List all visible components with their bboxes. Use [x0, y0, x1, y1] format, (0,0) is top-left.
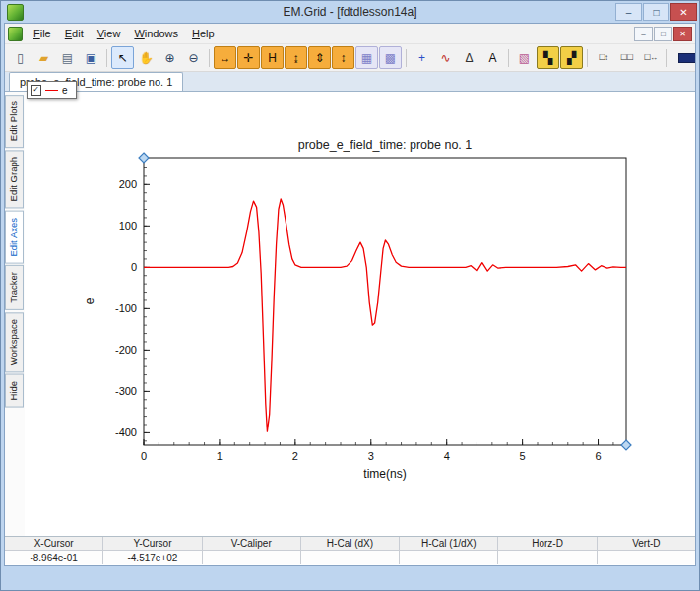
status-header-row: X-Cursor Y-Cursor V-Caliper H-Cal (dX) H…: [5, 537, 695, 551]
status-value-row: -8.964e-01 -4.517e+02: [5, 551, 695, 564]
layout-line-swatch-icon: [678, 53, 696, 63]
status-header-cell: Y-Cursor: [103, 537, 202, 550]
status-value-cell: [400, 551, 498, 564]
titlebar[interactable]: EM.Grid - [fdtdlesson14a] – □ ✕: [1, 1, 699, 23]
svg-text:e: e: [83, 297, 96, 304]
menu-windows[interactable]: Windows: [127, 26, 185, 41]
window-title: EM.Grid - [fdtdlesson14a]: [1, 5, 699, 19]
minimize-button[interactable]: –: [615, 3, 642, 21]
pan-hand-icon[interactable]: ✋: [135, 46, 158, 69]
svg-text:-200: -200: [115, 344, 137, 356]
sidebar-item-tracker[interactable]: Tracker: [5, 265, 24, 310]
plot-region: 0123456-400-300-200-1000100200probe_e_fi…: [25, 92, 695, 536]
sidebar-item-hide[interactable]: Hide: [5, 374, 24, 408]
fit-all-icon[interactable]: ✛: [237, 46, 260, 69]
status-value-cell: [498, 551, 597, 564]
document-icon[interactable]: [8, 27, 23, 41]
svg-text:-400: -400: [115, 427, 137, 438]
svg-text:0: 0: [131, 261, 137, 273]
status-header-cell: Horz-D: [498, 537, 597, 550]
svg-text:6: 6: [595, 450, 601, 462]
menubar: File Edit View Windows Help – □ ✕: [5, 24, 695, 44]
pattern-fill-icon[interactable]: ▚: [537, 46, 559, 69]
svg-text:5: 5: [520, 450, 526, 462]
status-value-cell: [301, 551, 400, 564]
zoom-in-icon[interactable]: ⊕: [159, 46, 181, 69]
toolbar-separator: [666, 49, 667, 67]
svg-text:-300: -300: [115, 385, 137, 397]
toolbar-separator: [508, 49, 509, 67]
maximize-button[interactable]: □: [643, 3, 669, 21]
menu-help[interactable]: Help: [185, 26, 222, 41]
legend-line-swatch: [45, 90, 58, 91]
status-value-cell: -8.964e-01: [5, 551, 103, 564]
statusbar: X-Cursor Y-Cursor V-Caliper H-Cal (dX) H…: [5, 536, 695, 565]
sidebar-item-workspace[interactable]: Workspace: [5, 312, 24, 372]
sidebar-item-edit-graph[interactable]: Edit Graph: [5, 150, 24, 208]
fit-vertical-icon[interactable]: ↕: [332, 46, 354, 69]
new-file-icon[interactable]: ▯: [9, 46, 32, 69]
mdi-window-controls: – □ ✕: [633, 27, 692, 41]
content-area: Edit Plots Edit Graph Edit Axes Tracker …: [5, 92, 695, 536]
status-value-cell: [598, 551, 695, 564]
calipers-icon[interactable]: ☐☐: [615, 46, 638, 69]
status-header-cell: X-Cursor: [5, 537, 103, 550]
curve-trace-icon[interactable]: ∿: [434, 46, 457, 69]
svg-text:4: 4: [444, 450, 450, 462]
plot-colors-icon[interactable]: ▧: [513, 46, 536, 69]
toolbar-separator: [406, 49, 407, 67]
status-header-cell: H-Cal (dX): [301, 537, 400, 550]
open-folder-icon[interactable]: ▰: [32, 46, 55, 69]
grid-dense-icon[interactable]: ▩: [379, 46, 402, 69]
toolbar: ▯▰▤▣↖✋⊕⊖↔✛H↨⇕↕▦▩+∿ΔA▧▚▞☐↕☐☐☐↔ Layout ▾: [5, 44, 695, 72]
svg-text:probe_e_field_time: probe no.: probe_e_field_time: probe no. 1: [298, 138, 473, 152]
svg-text:-100: -100: [115, 302, 137, 314]
pointer-select-icon[interactable]: ↖: [111, 46, 134, 69]
status-header-cell: H-Cal (1/dX): [400, 537, 498, 550]
h-caliper-icon[interactable]: ☐↔: [639, 46, 662, 69]
svg-text:0: 0: [141, 450, 147, 462]
expand-vertical-icon[interactable]: ⇕: [308, 46, 331, 69]
fit-width-icon[interactable]: ↔: [214, 46, 236, 69]
toolbar-separator: [209, 49, 210, 67]
svg-text:200: 200: [119, 178, 137, 190]
mdi-restore-button[interactable]: □: [654, 27, 672, 41]
plot-svg[interactable]: 0123456-400-300-200-1000100200probe_e_fi…: [25, 92, 695, 536]
menu-edit[interactable]: Edit: [58, 26, 91, 41]
fit-horizontal-icon[interactable]: H: [261, 46, 284, 69]
mdi-close-button[interactable]: ✕: [673, 27, 692, 41]
svg-text:time(ns): time(ns): [363, 467, 406, 481]
status-value-cell: -4.517e+02: [103, 551, 202, 564]
pattern-style-icon[interactable]: ▞: [560, 46, 583, 69]
app-window: EM.Grid - [fdtdlesson14a] – □ ✕ File Edi…: [0, 0, 700, 591]
sidebar-item-edit-axes[interactable]: Edit Axes: [5, 211, 24, 264]
sidebar: Edit Plots Edit Graph Edit Axes Tracker …: [5, 92, 25, 536]
status-value-cell: [203, 551, 301, 564]
v-caliper-icon[interactable]: ☐↕: [592, 46, 614, 69]
svg-text:3: 3: [368, 450, 374, 462]
status-header-cell: Vert-D: [598, 537, 695, 550]
legend-checkbox[interactable]: ✓: [31, 85, 41, 96]
status-header-cell: V-Caliper: [203, 537, 301, 550]
zoom-out-icon[interactable]: ⊖: [182, 46, 205, 69]
grid-lines-icon[interactable]: ▦: [355, 46, 378, 69]
menu-view[interactable]: View: [91, 26, 128, 41]
print-icon[interactable]: ▤: [56, 46, 79, 69]
add-cursor-icon[interactable]: +: [411, 46, 433, 69]
menu-file[interactable]: File: [27, 26, 58, 41]
save-icon[interactable]: ▣: [80, 46, 102, 69]
layout-dropdown[interactable]: Layout ▾: [672, 49, 696, 67]
legend-box[interactable]: ✓ e: [27, 81, 77, 98]
sidebar-item-edit-plots[interactable]: Edit Plots: [5, 95, 24, 148]
app-logo-icon: [7, 4, 24, 21]
toolbar-icons: ▯▰▤▣↖✋⊕⊖↔✛H↨⇕↕▦▩+∿ΔA▧▚▞☐↕☐☐☐↔: [9, 46, 669, 69]
text-annotation-icon[interactable]: A: [481, 46, 504, 69]
scale-vertical-icon[interactable]: ↨: [285, 46, 307, 69]
close-button[interactable]: ✕: [670, 3, 697, 21]
toolbar-separator: [587, 49, 588, 67]
mdi-minimize-button[interactable]: –: [634, 27, 653, 41]
delta-measure-icon[interactable]: Δ: [458, 46, 480, 69]
svg-text:2: 2: [292, 450, 298, 462]
tabbar: probe_e_field_time: probe no. 1: [5, 72, 695, 92]
window-controls: – □ ✕: [614, 3, 697, 21]
